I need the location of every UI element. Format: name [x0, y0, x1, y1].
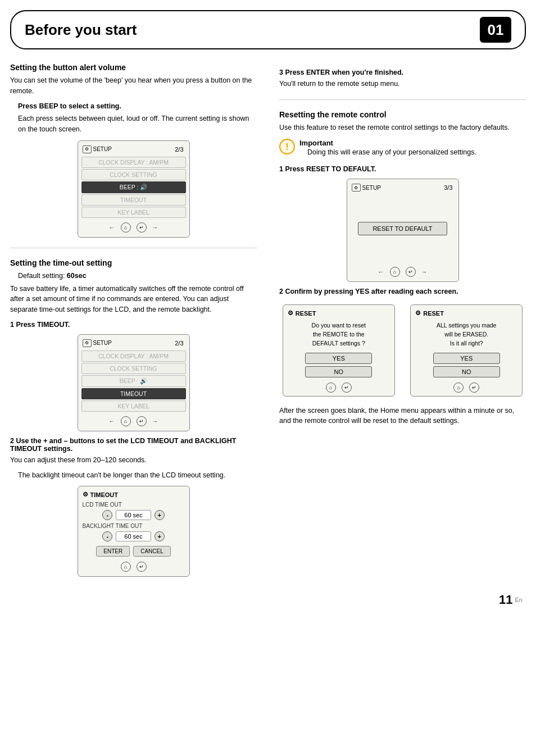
lcd-reset-header-1: ⚙ RESET	[283, 308, 394, 319]
main-content: Setting the button alert volume You can …	[10, 63, 526, 582]
lcd-reset-yes-2[interactable]: YES	[433, 353, 500, 364]
lcd-arrow-left-1: ←	[109, 224, 115, 231]
lcd-header-setup33: ⚙ SETUP 3/3	[347, 183, 458, 194]
important-content: Important Doing this will erase any of y…	[299, 139, 476, 160]
lcd-home-btn-1: ⌂	[121, 222, 131, 233]
lcd-arrow-left-2: ←	[109, 418, 115, 425]
lcd-plus-btn-2[interactable]: +	[155, 531, 165, 541]
lcd-minus-btn-2[interactable]: -	[102, 531, 112, 541]
lcd-reset-label-2: RESET	[423, 310, 444, 317]
lcd-timeout-ctrl-2: - 60 sec +	[78, 530, 189, 543]
svg-text:!: !	[285, 142, 288, 152]
lcd-timeout-val-2: 60 sec	[116, 531, 151, 541]
lcd-setup-icon-1: ⚙ SETUP	[83, 145, 112, 153]
after-reset-text: After the screen goes blank, the Home me…	[279, 406, 526, 427]
lcd-arrow-right-2: →	[152, 418, 158, 425]
page-footer: 11 En	[10, 593, 523, 607]
bullet-timeout-bold: 60sec	[67, 272, 87, 280]
lcd-reset-yes-1[interactable]: YES	[305, 353, 372, 364]
lcd-row-beep-2: BEEP : 🔊	[81, 375, 186, 387]
lcd-backlight-timeout-label: BACKLIGHT TIME OUT	[78, 522, 189, 530]
divider-2	[279, 99, 526, 100]
bullet-label-beep: Press BEEP to select a setting.	[18, 102, 121, 110]
lcd-reset-line2a: the REMOTE to the	[289, 330, 389, 339]
lcd-plus-btn-1[interactable]: +	[155, 510, 165, 520]
lcd-arrow-right-33: →	[421, 268, 428, 275]
lcd-spacer-33b	[347, 241, 458, 263]
lcd-screen-timeout-ctrl: ⚙ TIMEOUT LCD TIME OUT - 60 sec + BACKLI…	[78, 486, 190, 577]
two-reset-screens: ⚙ RESET Do you want to reset the REMOTE …	[279, 301, 526, 399]
lcd-reset-line1a: Do you want to reset	[289, 321, 389, 330]
bullet-body-beep: Each press selects between quiet, loud o…	[18, 113, 257, 135]
lcd-reset-no-2[interactable]: NO	[433, 366, 500, 377]
lcd-timeout-header: ⚙ TIMEOUT	[78, 490, 189, 500]
footer-language: En	[515, 596, 523, 603]
lcd-row-timeout-1: TIMEOUT	[81, 194, 186, 206]
lcd-screen-setup33: ⚙ SETUP 3/3 RESET TO DEFAULT ← ⌂ ↵ →	[347, 179, 459, 282]
page-title: Before you start	[25, 21, 137, 39]
section-body-reset: Use this feature to reset the remote con…	[279, 122, 526, 133]
lcd-row-clock-setting-2: CLOCK SETTING	[81, 363, 186, 374]
lcd-header-1: ⚙ SETUP 2/3	[78, 144, 189, 156]
lcd-setup-icon-2: ⚙ SETUP	[83, 339, 112, 347]
lcd-back-btn-33: ↵	[406, 267, 416, 277]
step1-label-timeout: 1 Press TIMEOUT.	[10, 321, 257, 329]
lcd-reset-line3b: Is it all right?	[416, 339, 516, 348]
lcd-reset-no-1[interactable]: NO	[305, 366, 372, 377]
lcd-header-2: ⚙ SETUP 2/3	[78, 338, 189, 349]
setup-icon-box-2: ⚙	[83, 339, 92, 347]
lcd-timeout-val-1: 60 sec	[116, 510, 151, 520]
lcd-home-btn-r1: ⌂	[326, 382, 336, 393]
lcd-row-clock-setting-1: CLOCK SETTING	[81, 169, 186, 180]
lcd-setup-label-2: SETUP	[93, 340, 112, 346]
lcd-reset-header-2: ⚙ RESET	[411, 308, 522, 319]
lcd-reset-body-2: ALL settings you made will be ERASED. Is…	[411, 319, 522, 350]
step3-label: 3 Press ENTER when you're finished.	[279, 69, 526, 76]
lcd-row-clock-display-2: CLOCK DISPLAY : AM/PM	[81, 350, 186, 362]
lcd-timeout-label: TIMEOUT	[90, 491, 119, 498]
lcd-cancel-btn[interactable]: CANCEL	[133, 546, 171, 557]
lcd-page-33: 3/3	[444, 184, 452, 191]
lcd-reset-line3a: DEFAULT settings ?	[289, 339, 389, 348]
step3-body: You'll return to the remote setup menu.	[279, 79, 526, 89]
lcd-footer-33: ← ⌂ ↵ →	[347, 263, 458, 278]
lcd-minus-btn-1[interactable]: -	[102, 510, 112, 520]
lcd-back-btn-r2: ↵	[469, 382, 479, 393]
bullet-press-beep: Press BEEP to select a setting.	[18, 101, 257, 112]
setup-icon-box-3: ⚙	[83, 491, 88, 498]
lcd-timeout-footer-btns: ENTER CANCEL	[78, 543, 189, 558]
setup-icon-box-33: ⚙	[352, 184, 361, 192]
step1-label-reset: 1 Press RESET TO DEFAULT.	[279, 165, 526, 173]
page-header: Before you start 01	[10, 10, 526, 49]
section-title-reset: Resetting the remote control	[279, 110, 526, 119]
lcd-home-btn-3: ⌂	[121, 562, 131, 572]
lcd-enter-btn[interactable]: ENTER	[96, 546, 130, 557]
reset-icon-box-1: ⚙	[288, 309, 293, 317]
reset-icon-box-2: ⚙	[415, 309, 421, 317]
lcd-reset-default-btn[interactable]: RESET TO DEFAULT	[358, 222, 447, 235]
lcd-reset-screen-2: ⚙ RESET ALL settings you made will be ER…	[410, 304, 523, 396]
footer-page-number: 11	[499, 593, 512, 607]
lcd-setup-label-1: SETUP	[93, 146, 112, 152]
lcd-lcd-timeout-label: LCD TIME OUT	[78, 500, 189, 508]
lcd-row-beep: BEEP : 🔊	[81, 181, 186, 193]
step2-bullet-timeout: The backlight timeout can't be longer th…	[18, 470, 257, 481]
section-reset: Resetting the remote control Use this fe…	[279, 110, 526, 426]
lcd-footer-1: ← ⌂ ↵ →	[78, 219, 189, 234]
setup-icon-box-1: ⚙	[83, 145, 92, 153]
section-body-timeout: To save battery life, a timer automatica…	[10, 284, 257, 315]
left-column: Setting the button alert volume You can …	[10, 63, 257, 582]
lcd-back-btn-3: ↵	[137, 562, 147, 572]
lcd-page-2: 2/3	[175, 340, 183, 347]
important-bullet: Doing this will erase any of your person…	[307, 147, 476, 158]
lcd-back-btn-2: ↵	[137, 416, 147, 426]
lcd-footer-reset1: ⌂ ↵	[283, 379, 394, 394]
section-button-alert: Setting the button alert volume You can …	[10, 63, 257, 238]
section-timeout: Setting the time-out setting Default set…	[10, 258, 257, 577]
lcd-reset-label-1: RESET	[296, 310, 316, 317]
important-box: ! Important Doing this will erase any of…	[279, 139, 526, 160]
lcd-spacer-33	[347, 194, 458, 216]
section-body-alert: You can set the volume of the 'beep' you…	[10, 75, 257, 97]
lcd-setup-label-33: SETUP	[362, 185, 381, 191]
important-label: Important	[299, 139, 476, 147]
